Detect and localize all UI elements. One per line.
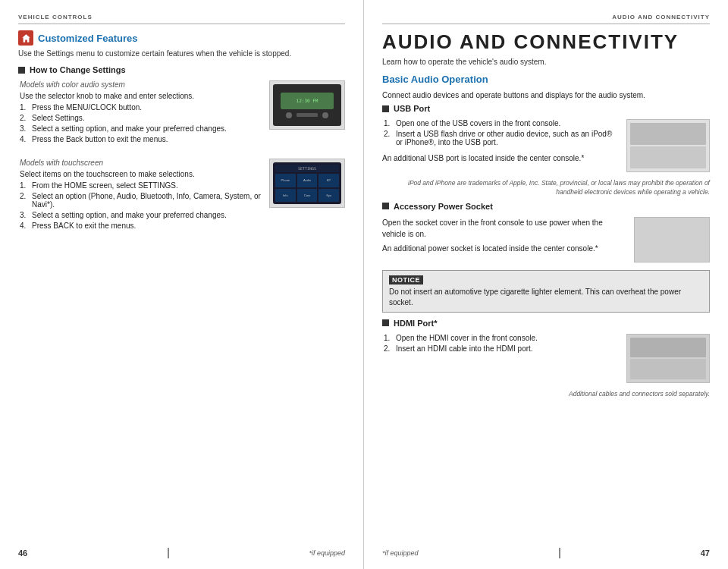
big-title-intro: Learn how to operate the vehicle's audio… [382, 58, 710, 66]
accessory-header: Accessory Power Socket [382, 202, 710, 211]
accessory-bullet [382, 203, 389, 209]
how-to-header: How to Change Settings [18, 65, 345, 74]
hdmi-block: 1.Open the HDMI cover in the front conso… [382, 334, 710, 383]
color-audio-label: Models with color audio system [20, 80, 262, 89]
usb-steps: 1.Open one of the USB covers in the fron… [384, 119, 619, 146]
usb-bullet [382, 105, 389, 112]
accessory-block: Open the socket cover in the front conso… [382, 217, 710, 262]
customized-features-title-container: Customized Features [18, 30, 345, 46]
right-footer: *if equipped 47 [382, 548, 710, 558]
hdmi-note: Additional cables and connectors sold se… [382, 390, 710, 399]
basic-audio-heading: Basic Audio Operation [382, 74, 710, 85]
left-footer: 46 *if equipped [18, 548, 345, 558]
hdmi-header: HDMI Port* [382, 319, 710, 328]
usb-step-2: 2.Insert a USB flash drive or other audi… [384, 130, 619, 146]
notice-label: NOTICE [389, 275, 423, 284]
accessory-image [634, 217, 710, 262]
touchscreen-label: Models with touchscreen [20, 159, 262, 167]
ts-step-1: 1.From the HOME screen, select SETTINGS. [20, 181, 262, 190]
accessory-text: Open the socket cover in the front conso… [382, 217, 626, 257]
usb-block: 1.Open one of the USB covers in the fron… [382, 119, 710, 172]
hdmi-step-1: 1.Open the HDMI cover in the front conso… [384, 334, 619, 342]
color-audio-steps: 1.Press the MENU/CLOCK button. 2.Select … [20, 103, 262, 143]
usb-step-1: 1.Open one of the USB covers in the fron… [384, 119, 619, 127]
step-1: 1.Press the MENU/CLOCK button. [20, 103, 262, 112]
touchscreen-block: Models with touchscreen Select items on … [18, 159, 345, 236]
right-page: AUDIO AND CONNECTIVITY AUDIO AND CONNECT… [364, 0, 728, 569]
step-3: 3.Select a setting option, and make your… [20, 124, 262, 133]
left-page-number: 46 [18, 549, 27, 558]
ts-step-4: 4.Press BACK to exit the menus. [20, 222, 262, 230]
usb-port-header: USB Port [382, 104, 710, 113]
usb-image [626, 119, 710, 172]
hdmi-bullet [382, 319, 389, 326]
section-title: Customized Features [38, 33, 137, 44]
bullet-icon [18, 67, 25, 74]
usb-text: 1.Open one of the USB covers in the fron… [382, 119, 619, 167]
right-if-equipped: *if equipped [382, 549, 419, 557]
touchscreen-steps: 1.From the HOME screen, select SETTINGS.… [20, 181, 262, 230]
usb-extra: An additional USB port is located inside… [382, 152, 619, 164]
hdmi-text: 1.Open the HDMI cover in the front conso… [382, 334, 619, 359]
ts-step-2: 2.Select an option (Phone, Audio, Blueto… [20, 192, 262, 209]
ts-step-3: 3.Select a setting option, and make your… [20, 211, 262, 219]
home-icon [18, 30, 33, 46]
accessory-para1: Open the socket cover in the front conso… [382, 217, 626, 240]
section-intro: Use the Settings menu to customize certa… [18, 49, 345, 58]
left-header: VEHICLE CONTROLS [18, 14, 345, 24]
hdmi-step-2: 2.Insert an HDMI cable into the HDMI por… [384, 344, 619, 353]
left-if-equipped: *if equipped [309, 549, 345, 557]
hdmi-steps: 1.Open the HDMI cover in the front conso… [384, 334, 619, 353]
big-title: AUDIO AND CONNECTIVITY [382, 30, 710, 54]
touchscreen-text: Models with touchscreen Select items on … [18, 159, 262, 236]
touchscreen-image: SETTINGS Phone Audio BT Info Cam Sys [269, 159, 345, 208]
right-header: AUDIO AND CONNECTIVITY [382, 14, 710, 24]
color-audio-image: 12:30 FM [269, 80, 345, 130]
step-4: 4.Press the Back button to exit the menu… [20, 135, 262, 143]
ipod-note: iPod and iPhone are trademarks of Apple,… [382, 179, 710, 197]
touchscreen-intro: Select items on the touchscreen to make … [20, 170, 262, 178]
color-audio-intro: Use the selector knob to make and enter … [20, 92, 262, 100]
accessory-para2: An additional power socket is located in… [382, 243, 626, 254]
notice-box: NOTICE Do not insert an automotive type … [382, 270, 710, 313]
hdmi-image [626, 334, 710, 383]
color-audio-block: Models with color audio system Use the s… [18, 80, 345, 149]
notice-text: Do not insert an automotive type cigaret… [389, 287, 703, 308]
basic-audio-intro: Connect audio devices and operate button… [382, 90, 710, 101]
right-page-number: 47 [701, 549, 710, 558]
left-page: VEHICLE CONTROLS Customized Features Use… [0, 0, 364, 569]
step-2: 2.Select Settings. [20, 114, 262, 122]
color-audio-text: Models with color audio system Use the s… [18, 80, 262, 149]
